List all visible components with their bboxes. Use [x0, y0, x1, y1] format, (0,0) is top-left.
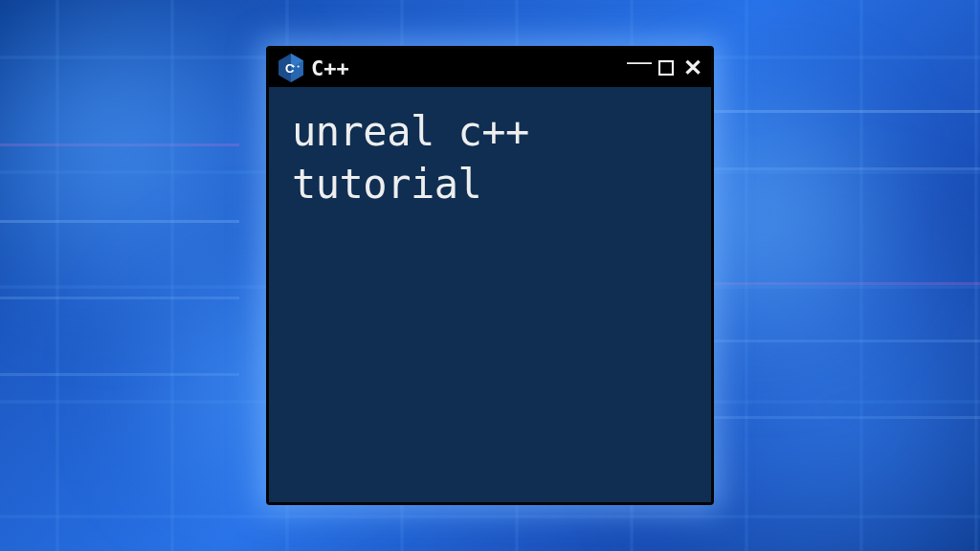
- titlebar[interactable]: C + + C++ — ✕: [269, 49, 711, 87]
- svg-text:+: +: [292, 63, 296, 69]
- cpp-hex-icon: C + +: [278, 54, 303, 82]
- svg-text:+: +: [297, 63, 301, 69]
- close-button[interactable]: ✕: [682, 57, 703, 78]
- minimize-button[interactable]: —: [629, 57, 650, 78]
- window-title: C++: [311, 56, 621, 80]
- svg-rect-6: [659, 61, 673, 75]
- content-text: unreal c++ tutorial: [292, 106, 688, 210]
- application-window: C + + C++ — ✕ unreal c++ tutorial: [266, 46, 714, 505]
- maximize-button[interactable]: [656, 57, 677, 78]
- window-controls: — ✕: [629, 57, 703, 78]
- window-content: unreal c++ tutorial: [269, 87, 711, 502]
